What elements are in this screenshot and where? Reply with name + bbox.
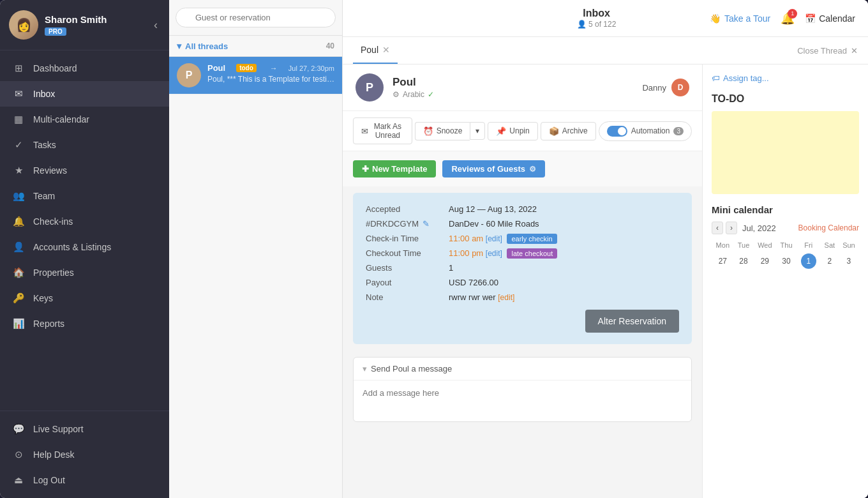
tab-label: Poul — [361, 45, 378, 55]
thread-avatar: P — [177, 63, 201, 87]
sidebar-item-log-out[interactable]: ⏏ Log Out — [0, 467, 169, 493]
snooze-button[interactable]: ⏰ Snooze — [415, 122, 470, 140]
thread-tab-bar: Poul ✕ Close Thread ✕ — [343, 37, 868, 64]
sidebar-item-properties[interactable]: 🏠 Properties — [0, 260, 169, 285]
mini-calendar-header: ‹ › Jul, 2022 Booking Calendar — [712, 222, 859, 234]
sidebar-footer: 💬 Live Support ⊙ Help Desk ⏏ Log Out — [0, 411, 169, 498]
edit-icon[interactable]: ✎ — [423, 219, 430, 229]
cal-day-cell[interactable]: 3 — [839, 251, 859, 271]
sidebar-item-reports[interactable]: 📊 Reports — [0, 311, 169, 336]
app-container: 👩 Sharon Smith PRO ‹ ⊞ Dashboard ✉ Inbox… — [0, 0, 868, 498]
thread-filter-bar[interactable]: ▾ All threads 40 — [169, 36, 342, 57]
calendar-button[interactable]: 📅 Calendar — [805, 13, 855, 24]
tour-icon: 👋 — [710, 13, 721, 24]
inbox-count: 👤 5 of 122 — [483, 20, 710, 29]
sidebar-item-label: Help Desk — [33, 449, 75, 460]
close-thread-button[interactable]: Close Thread ✕ — [797, 46, 858, 56]
note-edit-link[interactable]: [edit] — [498, 293, 514, 302]
thread-list-panel: 🔍 ▾ All threads 40 P Poul todo → Jul 27,… — [169, 0, 343, 498]
snooze-dropdown-button[interactable]: ▾ — [470, 122, 485, 140]
sidebar-item-label: Multi-calendar — [33, 114, 89, 124]
reviews-settings-icon: ⚙ — [529, 165, 536, 174]
user-name: Sharon Smith — [45, 14, 151, 25]
checkout-edit-link[interactable]: [edit] — [486, 249, 502, 258]
automation-button[interactable]: Automation 3 — [599, 121, 692, 141]
res-status-row: Accepted Aug 12 — Aug 13, 2022 — [366, 204, 679, 214]
archive-icon: 📦 — [549, 126, 559, 136]
res-guests-row: Guests 1 — [366, 263, 679, 273]
unpin-button[interactable]: 📌 Unpin — [488, 122, 537, 140]
accounts-icon: 👤 — [11, 241, 26, 253]
reservation-card: Accepted Aug 12 — Aug 13, 2022 #DRKDCGYM… — [353, 193, 692, 344]
sidebar-item-keys[interactable]: 🔑 Keys — [0, 285, 169, 311]
thread-count: 40 — [326, 42, 334, 50]
sidebar-item-live-support[interactable]: 💬 Live Support — [0, 416, 169, 442]
automation-toggle — [607, 126, 627, 137]
sidebar-item-label: Keys — [33, 293, 53, 303]
header-actions: 👋 Take a Tour 🔔 1 📅 Calendar — [710, 11, 855, 26]
thread-item[interactable]: P Poul todo → Jul 27, 2:30pm Poul, *** T… — [169, 57, 342, 94]
sidebar-item-label: Inbox — [33, 89, 55, 99]
assign-tag-button[interactable]: 🏷 Assign tag... — [712, 73, 859, 83]
res-dates: Aug 12 — Aug 13, 2022 — [449, 204, 537, 214]
new-template-button[interactable]: ✚ New Template — [353, 160, 436, 177]
guest-info: Poul ⚙ Arabic ✓ — [393, 76, 434, 99]
sidebar-item-label: Dashboard — [33, 63, 77, 73]
sidebar-collapse-button[interactable]: ‹ — [151, 16, 160, 34]
notifications-button[interactable]: 🔔 1 — [781, 11, 795, 26]
main-header: Inbox 👤 5 of 122 👋 Take a Tour 🔔 1 📅 C — [343, 0, 868, 37]
conversation-area: P Poul ⚙ Arabic ✓ Danny D — [343, 64, 868, 498]
cal-day-cell[interactable]: 29 — [753, 251, 776, 271]
res-checkin-value: 11:00 am [edit] early checkin — [449, 234, 557, 243]
sidebar-header: 👩 Sharon Smith PRO ‹ — [0, 0, 169, 50]
res-checkin-row: Check-in Time 11:00 am [edit] early chec… — [366, 234, 679, 243]
cal-day-cell[interactable]: 28 — [734, 251, 754, 271]
filter-label: All threads — [185, 42, 228, 51]
res-checkout-label: Checkout Time — [366, 248, 449, 258]
cal-day-cell[interactable]: 27 — [712, 251, 734, 271]
thread-header: Poul todo → Jul 27, 2:30pm — [207, 63, 334, 73]
todo-title: TO-DO — [712, 93, 859, 105]
message-textarea[interactable] — [354, 381, 691, 419]
sidebar-item-multi-calendar[interactable]: ▦ Multi-calendar — [0, 107, 169, 132]
sidebar-item-dashboard[interactable]: ⊞ Dashboard — [0, 56, 169, 81]
conversation-main: P Poul ⚙ Arabic ✓ Danny D — [343, 64, 702, 498]
mark-unread-icon: ✉ — [361, 126, 368, 136]
sidebar-item-label: Team — [33, 191, 55, 201]
res-payout-label: Payout — [366, 278, 449, 287]
team-icon: 👥 — [11, 190, 26, 202]
active-thread-tab[interactable]: Poul ✕ — [353, 37, 398, 64]
sidebar-item-inbox[interactable]: ✉ Inbox — [0, 81, 169, 107]
right-panel: 🏷 Assign tag... TO-DO Mini calendar ‹ › … — [702, 64, 868, 498]
sidebar: 👩 Sharon Smith PRO ‹ ⊞ Dashboard ✉ Inbox… — [0, 0, 169, 498]
sidebar-item-help-desk[interactable]: ⊙ Help Desk — [0, 442, 169, 467]
mark-unread-button[interactable]: ✉ Mark As Unread — [353, 117, 412, 144]
res-property: DanDev - 60 Mile Roads — [449, 219, 539, 229]
search-input[interactable] — [176, 8, 336, 27]
archive-button[interactable]: 📦 Archive — [541, 122, 596, 140]
checkin-edit-link[interactable]: [edit] — [486, 234, 502, 243]
take-tour-button[interactable]: 👋 Take a Tour — [710, 13, 770, 24]
sidebar-item-team[interactable]: 👥 Team — [0, 183, 169, 209]
sidebar-item-accounts-listings[interactable]: 👤 Accounts & Listings — [0, 234, 169, 260]
sidebar-item-check-ins[interactable]: 🔔 Check-ins — [0, 209, 169, 234]
cal-next-button[interactable]: › — [726, 222, 737, 234]
message-section: ▾ Send Poul a message — [353, 357, 692, 422]
user-icon: 👤 — [577, 20, 588, 29]
cal-day-fri: Fri — [797, 239, 821, 251]
tab-close-button[interactable]: ✕ — [382, 45, 390, 54]
cal-day-wed: Wed — [753, 239, 776, 251]
sidebar-item-tasks[interactable]: ✓ Tasks — [0, 132, 169, 158]
cal-prev-button[interactable]: ‹ — [712, 222, 723, 234]
sidebar-item-reviews[interactable]: ★ Reviews — [0, 158, 169, 183]
cal-day-cell[interactable]: 2 — [821, 251, 839, 271]
alter-reservation-button[interactable]: Alter Reservation — [585, 310, 679, 333]
cal-today-cell[interactable]: 1 — [797, 251, 821, 271]
cal-day-cell[interactable]: 30 — [776, 251, 796, 271]
reviews-of-guests-button[interactable]: Reviews of Guests ⚙ — [442, 160, 545, 177]
cal-day-tue: Tue — [734, 239, 754, 251]
reports-icon: 📊 — [11, 318, 26, 329]
todo-note[interactable] — [712, 111, 859, 194]
inbox-icon: ✉ — [11, 88, 26, 100]
cal-day-sat: Sat — [821, 239, 839, 251]
